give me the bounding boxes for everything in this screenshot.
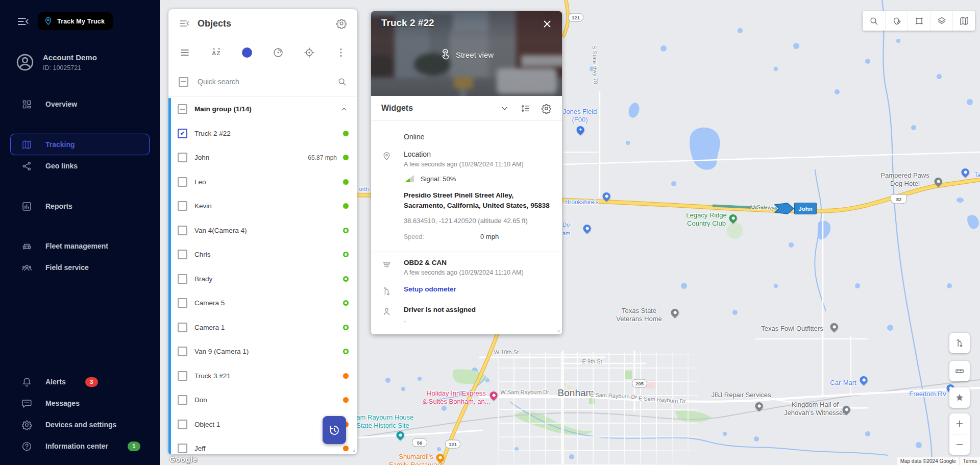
map-marker-pin[interactable] (753, 401, 764, 411)
object-row[interactable]: John 65.87 mph (172, 145, 357, 170)
object-row[interactable]: Truck 3 #21 (172, 364, 357, 388)
object-row[interactable]: Truck 2 #22 (172, 121, 357, 146)
object-checkbox[interactable] (178, 347, 187, 356)
sidebar-collapse-button[interactable] (16, 15, 30, 28)
map-marker-pin[interactable] (828, 322, 839, 332)
object-checkbox[interactable] (178, 250, 187, 259)
panel-resize-handle[interactable] (348, 445, 356, 453)
map-label[interactable]: Jones Field (F00) (563, 108, 597, 125)
map-label[interactable]: Ta (974, 172, 980, 179)
object-row[interactable]: Chris (172, 242, 357, 267)
sidebar-item-information-center[interactable]: Information center 1 (10, 435, 150, 457)
popup-resize-handle[interactable] (553, 325, 561, 333)
geofence-button[interactable] (885, 11, 908, 31)
map-label[interactable]: JBJ Repair Services (711, 391, 771, 399)
map-label[interactable]: Kingdom Hall of Jehovah's Witnesses (784, 401, 846, 418)
favorites-button[interactable] (949, 387, 970, 408)
object-checkbox[interactable] (178, 444, 187, 453)
search-icon[interactable] (337, 77, 347, 87)
map-label[interactable]: Car-Mart (830, 379, 856, 387)
map-search-button[interactable] (863, 11, 885, 31)
search-input[interactable] (197, 77, 329, 86)
map-label[interactable]: orth (359, 186, 369, 193)
chevron-up-icon[interactable] (339, 105, 349, 114)
close-button[interactable] (542, 17, 555, 31)
map-marker-pin[interactable] (395, 430, 405, 440)
list-view-button[interactable] (179, 47, 190, 58)
map-label[interactable]: Pampered Paws Dog Hotel (880, 172, 929, 188)
map-label[interactable]: Sam Rayburn House State Historic Site (352, 413, 414, 430)
status-filter-button[interactable] (242, 47, 252, 58)
app-logo[interactable]: Track My Truck (38, 12, 113, 30)
object-row[interactable]: Camera 5 (172, 291, 357, 315)
object-checkbox[interactable] (178, 153, 187, 162)
object-checkbox[interactable] (178, 226, 187, 235)
setup-odometer-link[interactable]: Setup odometer (404, 285, 456, 297)
history-button[interactable] (323, 416, 346, 444)
object-row[interactable]: Kevin (172, 194, 357, 218)
sidebar-item-devices-settings[interactable]: Devices and settings (10, 414, 150, 435)
object-checkbox[interactable] (178, 201, 187, 211)
object-checkbox[interactable] (178, 395, 187, 405)
map-label[interactable]: Holiday Inn Express & Suites Bonham, an.… (423, 389, 491, 406)
sidebar-item-tracking[interactable]: Tracking (10, 134, 150, 155)
object-checkbox[interactable] (178, 298, 187, 308)
routes-button[interactable] (949, 333, 970, 353)
sort-az-button[interactable] (211, 47, 222, 58)
sidebar-item-geo-links[interactable]: Geo links (10, 155, 150, 177)
object-row[interactable]: Don (172, 388, 357, 412)
zoom-out-button[interactable] (949, 434, 970, 455)
line-spacing-icon[interactable] (520, 103, 531, 114)
object-row[interactable]: Van 4(Camera 4) (172, 218, 357, 243)
map-marker-pin[interactable]: ✈ (575, 125, 585, 135)
map-marker-pin[interactable] (841, 404, 851, 415)
measure-button[interactable] (949, 361, 970, 381)
panel-settings-icon[interactable] (336, 18, 347, 29)
map-label[interactable]: Shumardii's Family Restaurant (389, 453, 443, 465)
vehicle-map-chip[interactable]: John (794, 203, 817, 214)
object-row[interactable]: Van 9 (Camera 1) (172, 339, 357, 364)
shape-select-button[interactable] (908, 11, 930, 31)
vehicle-arrow-icon[interactable] (774, 203, 795, 214)
sidebar-item-overview[interactable]: Overview (10, 93, 150, 115)
basemap-button[interactable] (952, 11, 975, 31)
map-marker-pin[interactable] (960, 167, 970, 178)
object-checkbox[interactable] (178, 371, 187, 381)
select-all-checkbox[interactable] (179, 77, 188, 87)
follow-mode-button[interactable] (273, 47, 284, 58)
map-marker-pin[interactable] (669, 307, 680, 318)
sidebar-item-alerts[interactable]: Alerts 3 (10, 371, 150, 393)
sidebar-item-field-service[interactable]: Field service (10, 257, 150, 278)
map-marker-pin[interactable] (581, 223, 592, 234)
chevron-down-icon[interactable] (499, 103, 510, 114)
map-marker-pin[interactable] (601, 191, 611, 202)
zoom-in-button[interactable] (949, 413, 970, 434)
sidebar-item-reports[interactable]: Reports (10, 195, 150, 217)
object-row[interactable]: Leo (172, 170, 357, 194)
map-label[interactable]: Texas Fowl Outfitters (761, 325, 823, 333)
group-row[interactable]: Main group (1/14) (172, 97, 357, 121)
map-label[interactable]: Freedom RV (909, 390, 946, 398)
object-row[interactable]: Brady (172, 267, 357, 291)
map-marker-pin[interactable] (858, 375, 869, 385)
object-checkbox[interactable] (178, 420, 187, 429)
more-menu-button[interactable] (335, 47, 347, 58)
sidebar-item-fleet-management[interactable]: Fleet management (10, 235, 150, 257)
object-row[interactable]: Camera 1 (172, 315, 357, 340)
group-checkbox[interactable] (178, 104, 187, 114)
terms-link[interactable]: Terms (960, 457, 980, 465)
map-label[interactable]: Texas State Veterans Home (616, 307, 662, 324)
map-marker-pin[interactable] (488, 390, 499, 401)
map-label[interactable]: Legacy Ridge Country Club (686, 211, 727, 228)
map-marker-pin[interactable] (434, 452, 445, 463)
map-label[interactable]: Brookshire's (565, 199, 599, 206)
layers-button[interactable] (930, 11, 952, 31)
street-view-preview[interactable]: Truck 2 #22 Street view (371, 11, 562, 96)
object-checkbox[interactable] (178, 323, 187, 332)
sidebar-item-messages[interactable]: Messages (10, 393, 150, 414)
map-marker-pin[interactable] (933, 176, 943, 187)
object-checkbox[interactable] (178, 274, 187, 284)
widgets-settings-icon[interactable] (541, 103, 552, 114)
object-checkbox[interactable] (178, 129, 187, 138)
map-marker-pin[interactable] (727, 213, 738, 224)
